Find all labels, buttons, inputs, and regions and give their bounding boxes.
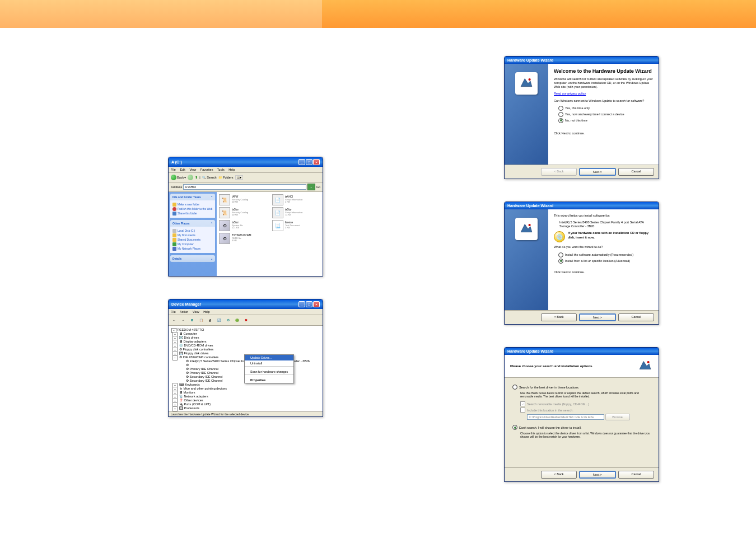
file-item[interactable]: 📃licenseText Document5 KB bbox=[272, 220, 320, 231]
file-item[interactable]: ⚙TXTSETUP.OEMOEM File6 KB bbox=[219, 233, 267, 244]
computer-icon[interactable]: 🖥 bbox=[189, 317, 195, 324]
up-icon[interactable]: ⬆ bbox=[195, 176, 198, 179]
menu-action[interactable]: Action bbox=[180, 310, 188, 313]
file-item[interactable]: 📜IAFWSecurity Catalog10 KB bbox=[219, 194, 267, 205]
radio-auto[interactable]: Install the software automatically (Reco… bbox=[558, 252, 653, 257]
search-button[interactable]: 🔍 Search bbox=[202, 176, 217, 179]
ctx-uninstall[interactable]: Uninstall bbox=[245, 360, 293, 366]
menu-tools[interactable]: Tools bbox=[217, 168, 225, 171]
place-network[interactable]: My Network Places bbox=[172, 247, 213, 251]
tree-root[interactable]: −🖥 FREEDOM-47SF7CI bbox=[170, 327, 321, 331]
wizard3-header-text: Please choose your search and installati… bbox=[510, 364, 593, 368]
tree-node[interactable]: +💿 DVD/CD-ROM drives bbox=[170, 343, 321, 347]
menu-help[interactable]: Help bbox=[203, 310, 209, 313]
tree-node[interactable]: +📡 Network adapters bbox=[170, 394, 321, 398]
explorer-menubar[interactable]: File Edit View Favorites Tools Help bbox=[169, 167, 323, 173]
enable-icon[interactable]: 🟢 bbox=[234, 317, 240, 324]
next-button[interactable]: Next > bbox=[579, 471, 616, 479]
fwd-arrow-icon[interactable]: → bbox=[180, 317, 186, 324]
scan-icon[interactable]: 🔄 bbox=[216, 317, 222, 324]
menu-file[interactable]: File bbox=[171, 168, 176, 171]
tree-node[interactable]: +🖥 Computer bbox=[170, 331, 321, 335]
tree-node[interactable]: +🖥 Monitors bbox=[170, 390, 321, 394]
devmgr-titlebar[interactable]: Device Manager _ □ × bbox=[169, 299, 323, 309]
forward-icon[interactable] bbox=[188, 175, 193, 180]
cancel-button[interactable]: Cancel bbox=[618, 168, 654, 176]
back-button[interactable]: Back ▾ bbox=[171, 175, 186, 180]
tree-node[interactable]: +🖱 Mice and other pointing devices bbox=[170, 386, 321, 390]
wizard2-titlebar[interactable]: Hardware Update Wizard bbox=[505, 202, 659, 209]
tree-node[interactable]: +💽 Disk drives bbox=[170, 335, 321, 339]
file-item[interactable]: 📜IaStorSecurity Catalog10 KB bbox=[219, 207, 267, 218]
back-button[interactable]: < Back bbox=[541, 471, 577, 479]
file-item[interactable]: 📄iaStorSetup Information14 KB bbox=[272, 207, 320, 218]
close-button[interactable]: × bbox=[313, 301, 320, 307]
place-mydocs[interactable]: My Documents bbox=[172, 233, 213, 237]
menu-help[interactable]: Help bbox=[228, 168, 235, 171]
share-icon bbox=[172, 212, 176, 216]
file-item[interactable]: ⚙IaStorSystem file521 KB bbox=[219, 220, 267, 231]
task-share[interactable]: Share this folder bbox=[172, 212, 213, 216]
svg-point-1 bbox=[529, 224, 531, 226]
menu-edit[interactable]: Edit bbox=[180, 168, 185, 171]
uninstall-icon[interactable]: ✖ bbox=[242, 317, 249, 324]
explorer-window: A (C:) _ □ × File Edit View Favorites To… bbox=[168, 157, 323, 277]
menu-view[interactable]: View bbox=[189, 168, 196, 171]
back-arrow-icon[interactable]: ← bbox=[171, 317, 178, 324]
radio-search[interactable]: Search for the best driver in these loca… bbox=[512, 385, 651, 390]
radio-no[interactable]: No, not this time bbox=[558, 118, 653, 123]
properties-icon[interactable]: 📋 bbox=[198, 317, 204, 324]
explorer-file-list[interactable]: 📜IAFWSecurity Catalog10 KB 📄iaAHCISetup … bbox=[217, 192, 323, 276]
context-menu[interactable]: Update Driver... Uninstall Scan for hard… bbox=[244, 354, 294, 383]
sys-icon: ⚙ bbox=[219, 220, 230, 231]
tree-node[interactable]: +⚙ Floppy disk controllers bbox=[170, 347, 321, 351]
task-publish[interactable]: Publish this folder to the Web bbox=[172, 207, 213, 211]
radio-yes-once[interactable]: Yes, this time only bbox=[558, 106, 653, 111]
ctx-update-driver[interactable]: Update Driver... bbox=[245, 355, 293, 360]
places-header[interactable]: Other Places⌃ bbox=[170, 220, 215, 227]
next-button[interactable]: Next > bbox=[579, 168, 616, 176]
tree-node[interactable]: +❓ Other devices bbox=[170, 398, 321, 402]
cancel-button[interactable]: Cancel bbox=[618, 471, 654, 479]
explorer-titlebar[interactable]: A (C:) _ □ × bbox=[169, 157, 323, 167]
ctx-scan[interactable]: Scan for hardware changes bbox=[245, 369, 293, 374]
go-button[interactable]: → bbox=[307, 184, 315, 190]
file-item[interactable]: 📄iaAHCISetup Information4 KB bbox=[272, 194, 320, 205]
place-localdisk[interactable]: Local Disk (C:) bbox=[172, 229, 213, 233]
explorer-sidebar: File and Folder Tasks⌃ Make a new folder… bbox=[169, 192, 217, 276]
menu-favorites[interactable]: Favorites bbox=[200, 168, 213, 171]
place-mycomputer[interactable]: My Computer bbox=[172, 242, 213, 246]
maximize-button[interactable]: □ bbox=[306, 159, 312, 165]
tasks-header[interactable]: File and Folder Tasks⌃ bbox=[170, 194, 215, 200]
devmgr-menubar[interactable]: File Action View Help bbox=[169, 309, 323, 315]
ctx-properties[interactable]: Properties bbox=[245, 377, 293, 383]
close-button[interactable]: × bbox=[313, 159, 320, 165]
check-location: Include this location in the search: bbox=[520, 407, 651, 413]
tree-node[interactable]: +🔲 Processors bbox=[170, 406, 321, 410]
menu-file[interactable]: File bbox=[171, 310, 176, 313]
update-icon[interactable]: ⚙ bbox=[225, 317, 231, 324]
tree-node[interactable]: +🔌 Ports (COM & LPT) bbox=[170, 402, 321, 406]
radio-dontsearch[interactable]: Don't search. I will choose the driver t… bbox=[512, 425, 651, 430]
address-input[interactable]: A:\AHCI bbox=[183, 184, 306, 190]
wizard1-titlebar[interactable]: Hardware Update Wizard bbox=[505, 57, 659, 64]
back-button[interactable]: < Back bbox=[541, 313, 577, 321]
minimize-button[interactable]: _ bbox=[298, 159, 305, 165]
task-new-folder[interactable]: Make a new folder bbox=[172, 203, 213, 207]
place-shared[interactable]: Shared Documents bbox=[172, 238, 213, 242]
next-button[interactable]: Next > bbox=[579, 313, 616, 321]
wizard-logo-icon bbox=[515, 218, 538, 240]
cancel-button[interactable]: Cancel bbox=[618, 313, 654, 321]
minimize-button[interactable]: _ bbox=[298, 301, 305, 307]
privacy-link[interactable]: Read our privacy policy bbox=[554, 92, 586, 95]
wizard3-titlebar[interactable]: Hardware Update Wizard bbox=[505, 348, 659, 355]
radio-yes-always[interactable]: Yes, now and every time I connect a devi… bbox=[558, 112, 653, 117]
radio-advanced[interactable]: Install from a list or specific location… bbox=[558, 259, 653, 264]
tree-node[interactable]: +🖥 Display adapters bbox=[170, 339, 321, 343]
folders-button[interactable]: 📁 Folders bbox=[218, 176, 234, 179]
views-button[interactable]: ☰▾ bbox=[235, 175, 243, 180]
print-icon[interactable]: 🖨 bbox=[207, 317, 213, 324]
maximize-button[interactable]: □ bbox=[306, 301, 312, 307]
menu-view[interactable]: View bbox=[193, 310, 199, 313]
details-header[interactable]: Details⌄ bbox=[170, 255, 215, 262]
